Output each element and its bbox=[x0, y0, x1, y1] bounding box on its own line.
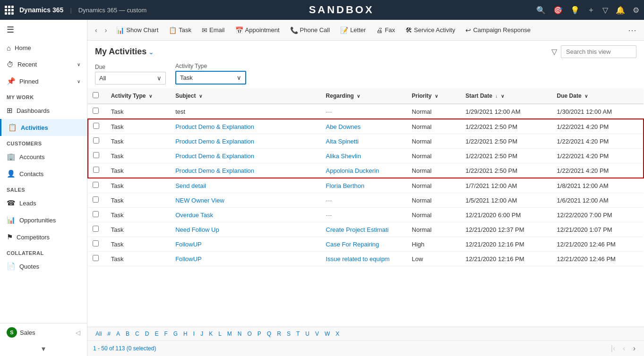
search-icon[interactable]: 🔍 bbox=[536, 6, 546, 15]
sidebar-item-quotes[interactable]: 📄 Quotes bbox=[0, 258, 87, 275]
waffle-menu[interactable] bbox=[5, 6, 14, 15]
alpha-btn-o[interactable]: O bbox=[245, 329, 254, 339]
subject-link[interactable]: Overdue Task bbox=[175, 212, 213, 219]
hamburger-menu[interactable]: ☰ bbox=[0, 20, 87, 40]
alpha-btn-f[interactable]: F bbox=[162, 329, 170, 339]
alpha-btn-n[interactable]: N bbox=[235, 329, 244, 339]
regarding-link[interactable]: Abe Downes bbox=[326, 123, 361, 130]
alpha-btn-k[interactable]: K bbox=[206, 329, 215, 339]
sidebar-item-activities[interactable]: 📋 Activities bbox=[0, 119, 87, 136]
subject-link[interactable]: NEW Owner View bbox=[175, 197, 224, 204]
view-filter-icon[interactable]: ▽ bbox=[551, 47, 557, 56]
alpha-btn-h[interactable]: H bbox=[181, 329, 190, 339]
alpha-btn-d[interactable]: D bbox=[143, 329, 152, 339]
campaign-response-button[interactable]: ↩ Campaign Response bbox=[461, 24, 535, 36]
cell-subject[interactable]: Product Demo & Explanation bbox=[171, 149, 321, 163]
target-icon[interactable]: 🎯 bbox=[553, 6, 563, 15]
page-title-chevron-icon[interactable]: ⌄ bbox=[148, 48, 154, 56]
sidebar-item-competitors[interactable]: ⚑ Competitors bbox=[0, 229, 87, 246]
add-icon[interactable]: ＋ bbox=[587, 5, 595, 15]
cell-subject[interactable]: Send detail bbox=[171, 178, 321, 193]
sidebar-item-home[interactable]: ⌂ Home bbox=[0, 40, 87, 56]
row-checkbox[interactable] bbox=[93, 182, 99, 188]
alpha-btn-g[interactable]: G bbox=[171, 329, 180, 339]
row-checkbox[interactable] bbox=[93, 196, 99, 203]
alpha-btn-w[interactable]: W bbox=[322, 329, 332, 339]
col-header-due-date[interactable]: Due Date ∨ bbox=[552, 88, 644, 104]
row-checkbox[interactable] bbox=[93, 226, 99, 232]
cell-regarding[interactable]: Case For Repairing bbox=[321, 237, 407, 252]
regarding-link[interactable]: Floria Berthon bbox=[326, 182, 365, 189]
sidebar-expand-icon[interactable]: ◁ bbox=[76, 329, 80, 336]
settings-icon[interactable]: ⚙ bbox=[633, 6, 639, 15]
nav-forward-button[interactable]: › bbox=[101, 24, 111, 36]
activity-type-filter-select[interactable]: Task ∨ bbox=[175, 71, 246, 85]
alpha-btn-m[interactable]: M bbox=[225, 329, 234, 339]
alpha-btn-j[interactable]: J bbox=[198, 329, 206, 339]
regarding-link[interactable]: Case For Repairing bbox=[326, 241, 379, 248]
appointment-button[interactable]: 📅 Appointment bbox=[231, 24, 284, 36]
cell-subject[interactable]: Product Demo & Explanation bbox=[171, 119, 321, 134]
regarding-link[interactable]: Appolonia Duckerin bbox=[326, 167, 379, 174]
service-activity-button[interactable]: 🛠 Service Activity bbox=[401, 24, 460, 36]
alpha-btn-r[interactable]: R bbox=[275, 329, 283, 339]
subject-link[interactable]: FollowUP bbox=[175, 255, 202, 263]
alpha-btn-#[interactable]: # bbox=[105, 329, 113, 339]
sidebar-item-dashboards[interactable]: ⊞ Dashboards bbox=[0, 102, 87, 119]
alpha-btn-q[interactable]: Q bbox=[265, 329, 274, 339]
show-chart-button[interactable]: 📊 Show Chart bbox=[112, 24, 163, 36]
sidebar-item-leads[interactable]: ☎ Leads bbox=[0, 195, 87, 212]
letter-button[interactable]: 📝 Letter bbox=[335, 24, 370, 36]
alpha-btn-c[interactable]: C bbox=[133, 329, 142, 339]
col-header-subject[interactable]: Subject ∨ bbox=[171, 88, 321, 104]
alpha-btn-i[interactable]: I bbox=[191, 329, 197, 339]
subject-link[interactable]: Send detail bbox=[175, 182, 206, 189]
col-header-priority[interactable]: Priority ∨ bbox=[407, 88, 461, 104]
alpha-btn-a[interactable]: A bbox=[114, 329, 122, 339]
cell-subject[interactable]: Overdue Task bbox=[171, 208, 321, 222]
subject-link[interactable]: Product Demo & Explanation bbox=[175, 153, 254, 160]
sidebar-item-pinned[interactable]: 📌 Pinned ∨ bbox=[0, 73, 87, 90]
regarding-link[interactable]: Alta Spinetti bbox=[326, 138, 359, 145]
row-checkbox[interactable] bbox=[93, 123, 99, 129]
alpha-btn-v[interactable]: V bbox=[313, 329, 321, 339]
row-checkbox[interactable] bbox=[93, 137, 99, 144]
sidebar-item-opportunities[interactable]: 📊 Opportunities bbox=[0, 212, 87, 229]
cell-regarding[interactable]: Issue related to equipm bbox=[321, 252, 407, 266]
row-checkbox[interactable] bbox=[93, 152, 99, 158]
more-commands-button[interactable]: ⋯ bbox=[624, 23, 640, 38]
alpha-btn-p[interactable]: P bbox=[255, 329, 264, 339]
cell-subject[interactable]: FollowUP bbox=[171, 237, 321, 252]
alpha-btn-u[interactable]: U bbox=[303, 329, 312, 339]
col-header-check[interactable] bbox=[88, 88, 106, 104]
alpha-btn-x[interactable]: X bbox=[333, 329, 342, 339]
row-checkbox[interactable] bbox=[93, 108, 99, 114]
search-view-input[interactable] bbox=[561, 45, 636, 58]
alpha-btn-s[interactable]: S bbox=[284, 329, 293, 339]
cell-subject[interactable]: Product Demo & Explanation bbox=[171, 163, 321, 178]
due-filter-select[interactable]: All ∨ bbox=[95, 72, 166, 85]
cell-regarding[interactable]: Abe Downes bbox=[321, 119, 407, 134]
sidebar-item-contacts[interactable]: 👤 Contacts bbox=[0, 165, 87, 182]
regarding-link[interactable]: Create Project Estimati bbox=[326, 226, 389, 233]
sidebar-item-recent[interactable]: ⏱ Recent ∨ bbox=[0, 56, 87, 73]
next-page-button[interactable]: › bbox=[630, 343, 638, 354]
sidebar-bottom-app[interactable]: S Sales bbox=[7, 327, 35, 338]
help-icon[interactable]: 💡 bbox=[570, 6, 580, 15]
subject-link[interactable]: Product Demo & Explanation bbox=[175, 167, 254, 174]
cell-subject[interactable]: Need Follow Up bbox=[171, 222, 321, 237]
cell-regarding[interactable]: Appolonia Duckerin bbox=[321, 163, 407, 178]
subject-link[interactable]: FollowUP bbox=[175, 241, 202, 248]
notifications-icon[interactable]: 🔔 bbox=[616, 6, 625, 15]
regarding-link[interactable]: Issue related to equipm bbox=[326, 255, 390, 263]
cell-regarding[interactable]: Floria Berthon bbox=[321, 178, 407, 193]
cell-subject[interactable]: FollowUP bbox=[171, 252, 321, 266]
task-button[interactable]: 📋 Task bbox=[164, 24, 196, 36]
sidebar-scroll-down[interactable]: ▾ bbox=[0, 341, 87, 356]
cell-subject[interactable]: Product Demo & Explanation bbox=[171, 134, 321, 149]
alpha-btn-all[interactable]: All bbox=[93, 329, 104, 339]
row-checkbox[interactable] bbox=[93, 240, 99, 246]
subject-link[interactable]: Product Demo & Explanation bbox=[175, 123, 254, 130]
col-header-regarding[interactable]: Regarding ∨ bbox=[321, 88, 407, 104]
fax-button[interactable]: 🖨 Fax bbox=[371, 24, 400, 36]
